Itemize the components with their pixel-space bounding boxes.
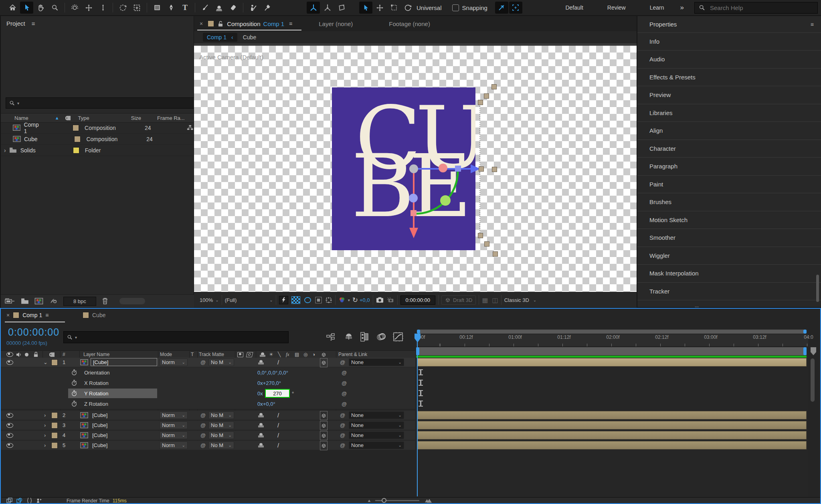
parent-select[interactable]: None⌄ (349, 411, 404, 419)
panel-menu-icon[interactable]: ≡ (32, 20, 35, 27)
playhead-line[interactable] (417, 334, 418, 496)
collapse-arrow-icon[interactable]: ⌄ (43, 358, 48, 367)
expand-transfer-controls-icon[interactable] (16, 498, 23, 504)
property-row-orientation[interactable]: Orientation 0,0°,0,0°,0,0° @ (1, 367, 415, 378)
universal-scale-icon[interactable] (387, 2, 400, 14)
shy-toggle[interactable] (258, 360, 264, 364)
mask-column-icon[interactable] (237, 352, 243, 357)
column-layer-name[interactable]: Layer Name (83, 351, 109, 358)
tab-composition-name[interactable]: Comp 1 (263, 20, 285, 27)
project-row-solids[interactable]: › Solids Folder (1, 145, 194, 156)
current-timecode[interactable]: 0:00:00:00 (8, 326, 59, 338)
track-matte-select[interactable]: No M⌄ (208, 358, 234, 366)
parent-select[interactable]: None⌄ (349, 431, 404, 439)
help-search-input[interactable] (709, 4, 791, 12)
expand-layer-switches-icon[interactable] (6, 498, 13, 504)
flowchart-icon[interactable] (187, 125, 194, 131)
sort-ascending-icon[interactable]: ▲ (55, 115, 59, 120)
layer-label-swatch[interactable] (51, 432, 58, 439)
universal-rotate-icon[interactable] (401, 2, 415, 14)
region-of-interest-icon[interactable] (315, 297, 322, 304)
work-area-end-handle[interactable] (803, 347, 807, 355)
3d-layer-toggle[interactable] (320, 441, 328, 450)
quality-toggle[interactable]: / (277, 411, 279, 420)
column-number[interactable]: # (63, 351, 65, 358)
panel-menu-icon[interactable]: ≡ (45, 312, 49, 318)
property-pickwhip-icon[interactable]: @ (342, 367, 347, 378)
property-row-z-rotation[interactable]: Z Rotation 0x+0,0° @ (1, 399, 415, 409)
selection-handle[interactable] (493, 251, 498, 257)
universal-move-icon[interactable] (373, 2, 386, 14)
panel-item-motion-sketch[interactable]: Motion Sketch (637, 211, 821, 229)
camera-tool-icon[interactable] (130, 2, 144, 14)
shy-toggle[interactable] (258, 423, 264, 427)
local-axis-mode-icon[interactable] (307, 2, 320, 14)
workspace-tab-learn[interactable]: Learn (650, 4, 664, 11)
close-tab-icon[interactable]: × (6, 312, 10, 318)
stopwatch-icon[interactable] (71, 369, 77, 376)
property-row-x-rotation[interactable]: X Rotation 0x+270,0° @ (1, 378, 415, 389)
track-matte-pickwhip-icon[interactable]: @ (200, 441, 206, 450)
crop-region-icon[interactable] (325, 297, 332, 304)
y-scale-handle[interactable] (410, 210, 417, 216)
project-row-cube[interactable]: Cube Composition 24 (1, 134, 194, 145)
snapshot-icon[interactable] (376, 297, 384, 303)
quality-toggle[interactable]: / (277, 421, 279, 430)
panel-item-audio[interactable]: Audio (637, 50, 821, 68)
adjustment-column-icon[interactable]: ◑ (312, 351, 315, 358)
quality-column-icon[interactable]: ╲ (278, 351, 281, 358)
blend-mode-select[interactable]: Norm⌄ (160, 421, 188, 429)
layer-row-2[interactable]: › 2 [Cube] Norm⌄ @ No M⌄ / @ None⌄ (1, 411, 415, 420)
expand-arrow-icon[interactable]: › (4, 147, 6, 154)
selection-handle[interactable] (484, 93, 489, 99)
shy-toggle[interactable] (258, 413, 264, 417)
magnification-select[interactable]: 100%⌄ (200, 297, 219, 303)
label-swatch[interactable] (73, 125, 79, 131)
property-row-y-rotation[interactable]: Y Rotation 0x 270 ° @ (1, 388, 415, 399)
parent-pickwhip-icon[interactable]: @ (340, 441, 345, 450)
pen-tool-icon[interactable] (164, 2, 178, 14)
column-size[interactable]: Size (131, 115, 141, 121)
layer-name-box[interactable]: [Cube] (91, 358, 157, 366)
workspace-overflow-chevron[interactable]: » (680, 4, 684, 12)
keyframe-ibeam[interactable] (419, 369, 423, 375)
time-ruler[interactable]: 0:00f 00:12f 01:00f 01:12f 02:00f 02:12f… (416, 334, 808, 347)
viewer-timecode[interactable]: 0:00:00:00 (400, 296, 435, 305)
exposure-value[interactable]: +0,0 (360, 297, 370, 303)
project-item-name[interactable]: Cube (24, 136, 37, 142)
help-search-box[interactable] (694, 2, 818, 14)
shy-column-icon[interactable] (260, 352, 265, 357)
x-rotation-handle[interactable] (439, 164, 447, 172)
parent-select[interactable]: None⌄ (349, 421, 404, 429)
layer-label-swatch[interactable] (51, 422, 58, 429)
panel-item-paint[interactable]: Paint (637, 175, 821, 193)
viewer-canvas-area[interactable]: Active Camera (Default) CU BE (194, 43, 637, 292)
property-value-edit-field[interactable]: 270 (265, 389, 290, 398)
layer-4-duration-bar[interactable] (417, 431, 807, 439)
bit-depth-button[interactable]: 8 bpc (63, 297, 96, 306)
layer-row-4[interactable]: › 4 [Cube] Norm⌄ @ No M⌄ / @ None⌄ (1, 431, 415, 440)
panel-menu-icon[interactable]: ≡ (811, 21, 814, 28)
project-item-name[interactable]: Comp 1 (24, 121, 43, 134)
label-column-icon[interactable] (49, 352, 55, 357)
column-track-matte[interactable]: Track Matte (199, 351, 224, 358)
interpret-footage-icon[interactable] (5, 298, 15, 305)
motion-blur-toggle-icon[interactable] (376, 333, 386, 341)
selection-handle[interactable] (478, 100, 483, 105)
reset-exposure-icon[interactable]: ↻ (352, 296, 358, 304)
blend-mode-select[interactable]: Norm⌄ (160, 441, 188, 449)
z-rotation-handle[interactable] (440, 195, 451, 206)
track-matte-select[interactable]: No M⌄ (208, 431, 234, 439)
3d-layer-toggle[interactable] (320, 431, 328, 440)
proxy-icon[interactable] (49, 298, 58, 305)
layer-1-duration-bar[interactable] (417, 358, 807, 366)
stopwatch-icon[interactable] (71, 390, 77, 397)
anchor-point-handle[interactable] (409, 164, 418, 173)
expand-arrow-icon[interactable]: › (44, 431, 46, 440)
timeline-search-box[interactable]: ▾ (63, 331, 289, 343)
x-scale-handle[interactable] (455, 166, 461, 172)
ground-plane-icon[interactable]: ▦ (482, 296, 488, 304)
selection-handle[interactable] (491, 84, 497, 89)
layer-label-swatch[interactable] (51, 442, 58, 449)
column-matte-toggle[interactable]: T (191, 351, 194, 358)
